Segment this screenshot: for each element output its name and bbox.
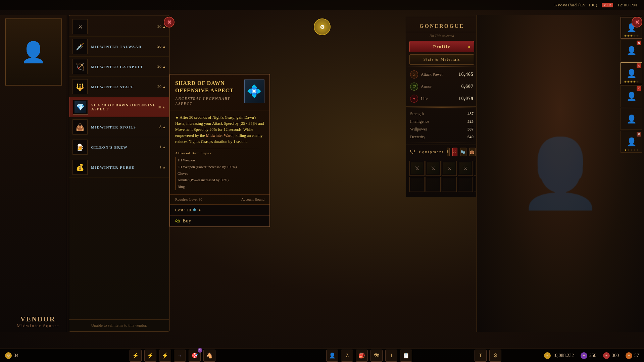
sell-notice-text: Unable to sell items to this vendor.	[72, 323, 166, 328]
char-thumb-6[interactable]: ✕ 👤	[621, 131, 642, 153]
char-thumb-5[interactable]: 👤	[621, 108, 642, 130]
vendor-gold-value: 34	[14, 353, 18, 358]
settings-icon[interactable]: ⚙	[489, 350, 501, 362]
equip-slot-empty-3[interactable]	[442, 177, 457, 192]
strength-value: 487	[467, 111, 474, 116]
list-item[interactable]: 🏹 MIDWINTER CATAPULT 20 ▲	[69, 57, 169, 77]
item-count: 20 ▲	[157, 64, 166, 69]
orange-icon: ●	[626, 352, 632, 359]
close-icon: ✕	[635, 19, 639, 25]
desc-12: 12	[224, 127, 228, 132]
dexterity-value: 649	[467, 135, 474, 140]
close-icon: ✕	[167, 19, 171, 25]
equipment-filter-armor[interactable]: 🧤	[460, 148, 466, 156]
item-name: MIDWINTER STAFF	[91, 85, 157, 89]
dexterity-label: Dexterity	[410, 135, 425, 140]
profile-button[interactable]: Profile	[409, 41, 474, 52]
item-icon: 🏹	[72, 59, 88, 74]
buy-button[interactable]: 🛍 Buy	[170, 215, 269, 226]
stats-materials-button[interactable]: Stats & Materials	[409, 54, 474, 65]
allowed-type-1: 1H Weapon	[178, 157, 264, 164]
item-count: 1 ▲	[159, 145, 166, 150]
desc-text-1: After	[180, 115, 189, 120]
item-count: 20 ▲	[157, 44, 166, 49]
life-icon: ♥	[410, 95, 418, 103]
char-thumb-2[interactable]: ✕ 👤	[621, 40, 642, 61]
arrow-up-icon: ▲	[162, 165, 166, 169]
item-count: 10 ▲	[157, 105, 165, 110]
list-item[interactable]: ⚔ 20 ▲	[69, 17, 169, 37]
list-item[interactable]: 🍺 GILEON'S BREW 1 ▲	[69, 137, 169, 157]
inventory-action-icon[interactable]: 🎒	[356, 350, 368, 362]
willpower-row: Willpower 307	[406, 125, 478, 133]
orange-currency: ● 57	[626, 352, 639, 359]
equipment-filter-bag[interactable]: 👜	[469, 148, 476, 156]
skill-icon-5[interactable]: 🐴	[203, 350, 215, 362]
vendor-gold-icon: ⚙	[5, 352, 12, 359]
vendor-title: VENDOR	[17, 315, 59, 323]
list-item[interactable]: 🔱 MIDWINTER STAFF 20 ▲	[69, 77, 169, 97]
dexterity-row: Dexterity 649	[406, 133, 478, 141]
buy-label: Buy	[183, 218, 191, 224]
equip-slot-1[interactable]: ⚔	[409, 161, 425, 176]
item-name: MIDWINTER TALWAAR	[91, 45, 157, 49]
desc-ward: Midwinter Ward	[206, 133, 233, 138]
list-item[interactable]: 🗡️ MIDWINTER TALWAAR 20 ▲	[69, 37, 169, 57]
equipment-section-header: 🛡 Equipment ℹ ⚔ 🧤 👜 ✦	[406, 145, 478, 159]
ui-action-1[interactable]: 1	[385, 350, 397, 362]
purple-currency: ● 250	[581, 352, 596, 359]
equip-slot-empty-1[interactable]	[409, 177, 425, 192]
equipment-armor-icon: 🛡	[410, 149, 416, 155]
tooltip-allowed-types: 1H Weapon 2H Weapon (Power increased by …	[175, 157, 264, 190]
equip-slot-4[interactable]: ⚔	[458, 161, 473, 176]
tooltip-body: ★ After 30 seconds of Night's Grasp, gai…	[170, 110, 269, 194]
tooltip-binding: Account Bound	[241, 197, 264, 201]
gold-currency: ● 10,088,232	[544, 352, 574, 359]
skill-bar: ⚡ ⚡ ⚡ → 🎯 3 🐴	[130, 350, 215, 362]
gold-orb-center: ⚙	[314, 18, 331, 35]
list-item-selected[interactable]: 💎 SHARD OF DAWN OFFENSIVE ASPECT 10 ▲	[69, 97, 169, 117]
char-thumb-4[interactable]: ✕ 👤	[621, 85, 642, 107]
equipment-label-text: Equipment	[419, 149, 444, 155]
item-icon: ⚔	[72, 19, 88, 34]
purple-value: 250	[589, 353, 596, 358]
equipment-filter-info[interactable]: ℹ	[447, 148, 450, 156]
red-icon: ●	[603, 352, 610, 359]
attack-power-row: ⚔ Attack Power 16,465	[406, 68, 478, 81]
vendor-gold-display: ⚙ 34	[5, 352, 18, 359]
item-count: 20 ▲	[157, 84, 166, 89]
list-item[interactable]: 💰 MIDWINTER PURSE 1 ▲	[69, 157, 169, 177]
skill-badge: 🎯 3	[189, 350, 201, 362]
game-time: 12:00 PM	[617, 2, 637, 7]
char-thumb-3[interactable]: ✕ 👤	[621, 62, 642, 84]
equip-slot-2[interactable]: ⚔	[426, 161, 441, 176]
skill-icon-1[interactable]: ⚡	[130, 350, 142, 362]
character-panel: 👤 ✕ 👤 ✕ 👤 ✕ 👤 ✕ 👤 👤 ✕ 👤	[476, 15, 644, 332]
skill-icon-3[interactable]: ⚡	[159, 350, 171, 362]
vendor-close-button[interactable]: ✕	[164, 17, 175, 28]
equip-slot-3[interactable]: ⚔	[442, 161, 457, 176]
vendor-location: Midwinter Square	[17, 323, 59, 328]
list-item[interactable]: 👜 MIDWINTER SPOILS 8 ▲	[69, 117, 169, 137]
vendor-panel: ⚔ 20 ▲ 🗡️ MIDWINTER TALWAAR 20 ▲ 🏹 MIDWI…	[69, 15, 169, 332]
arrow-up-icon-cost: ▲	[198, 208, 201, 212]
equip-slot-empty-2[interactable]	[426, 177, 441, 192]
armor-icon: 🛡	[410, 83, 418, 91]
tooltip-cost-bar: Cost : 10 ❄ ▲	[170, 204, 269, 215]
equipment-filter-weapons[interactable]: ⚔	[452, 148, 457, 156]
ui-action-2[interactable]: 📋	[400, 350, 412, 362]
skills-action-icon[interactable]: Z	[341, 350, 353, 362]
item-icon: 💰	[72, 160, 88, 175]
char-action-icon[interactable]: 👤	[326, 350, 338, 362]
currency-bar: ⚙ 34 ⚡ ⚡ ⚡ → 🎯 3 🐴 👤 Z 🎒 🗺 1 📋 T ⚙ ● 10,…	[0, 349, 644, 362]
char-panel-close-button[interactable]: ✕	[632, 17, 642, 28]
allowed-type-2: 2H Weapon (Power increased by 100%)	[178, 164, 264, 170]
equip-slot-empty-4[interactable]	[458, 177, 473, 192]
chat-icon[interactable]: T	[475, 350, 487, 362]
desc-range: [25 - 35]%	[240, 121, 257, 126]
skill-icon-arrow[interactable]: →	[174, 350, 186, 362]
map-action-icon[interactable]: 🗺	[370, 350, 383, 362]
skill-icon-2[interactable]: ⚡	[144, 350, 156, 362]
item-count: 1 ▲	[159, 165, 166, 170]
tooltip-item-name: SHARD OF DAWN OFFENSIVE ASPECT	[175, 80, 241, 95]
